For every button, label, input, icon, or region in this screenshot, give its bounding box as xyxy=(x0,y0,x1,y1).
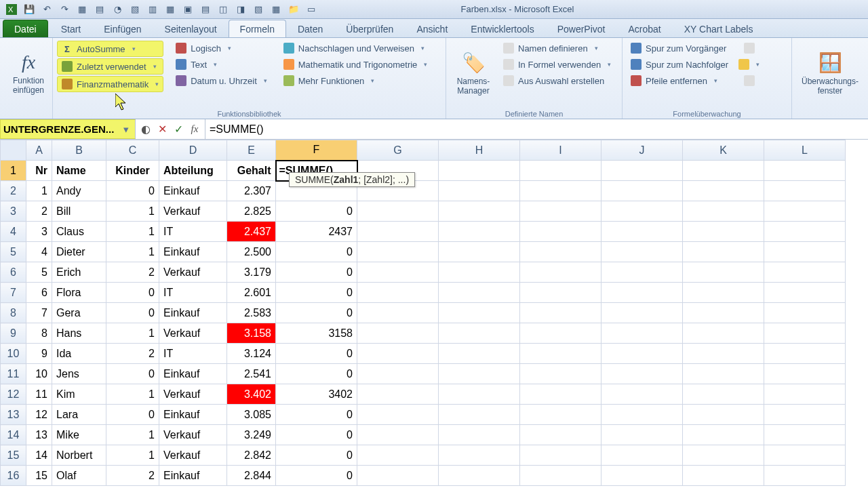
cell[interactable]: Verkauf xyxy=(159,445,227,466)
tab-xy-chart-labels[interactable]: XY Chart Labels xyxy=(673,20,765,37)
cell[interactable] xyxy=(764,344,846,364)
cell[interactable]: 4 xyxy=(26,242,52,262)
tab-entwicklertools[interactable]: Entwicklertools xyxy=(459,20,545,37)
cell[interactable] xyxy=(683,344,764,364)
tab-seitenlayout[interactable]: Seitenlayout xyxy=(153,20,229,37)
accept-formula-button[interactable]: ✓ xyxy=(171,122,186,137)
cell[interactable] xyxy=(520,161,601,181)
define-name-button[interactable]: Namen definieren xyxy=(499,41,615,56)
cell[interactable]: Einkauf xyxy=(159,181,227,201)
cell[interactable]: 1 xyxy=(106,323,159,344)
cell[interactable] xyxy=(357,445,439,466)
cell[interactable]: Verkauf xyxy=(159,201,227,222)
cell[interactable]: 2 xyxy=(106,344,159,364)
cell[interactable]: 7 xyxy=(26,303,52,323)
cell[interactable]: 0 xyxy=(106,181,159,201)
cell[interactable] xyxy=(520,303,601,323)
cell[interactable] xyxy=(520,323,601,344)
cell[interactable]: Erich xyxy=(52,262,106,283)
qat-btn[interactable]: ▦ xyxy=(269,2,283,17)
col-header[interactable]: F xyxy=(276,140,357,161)
cell[interactable]: Andy xyxy=(52,181,106,201)
cell[interactable] xyxy=(683,364,764,384)
cell[interactable] xyxy=(764,445,846,466)
tab-file[interactable]: Datei xyxy=(3,20,48,37)
cell[interactable]: 3.179 xyxy=(227,262,276,283)
cell[interactable]: Einkauf xyxy=(159,405,227,425)
save-icon[interactable]: 💾 xyxy=(22,2,37,17)
cell[interactable]: 0 xyxy=(276,262,357,283)
cell[interactable]: Einkauf xyxy=(159,466,227,486)
cell[interactable]: 3 xyxy=(26,222,52,242)
cell[interactable] xyxy=(439,445,520,466)
date-time-button[interactable]: Datum u. Uhrzeit xyxy=(172,73,271,88)
cell[interactable]: Einkauf xyxy=(159,364,227,384)
qat-btn[interactable]: ▦ xyxy=(163,2,178,17)
more-functions-button[interactable]: Mehr Funktionen xyxy=(279,73,432,88)
cell[interactable]: Jens xyxy=(52,364,106,384)
cell[interactable] xyxy=(357,425,439,445)
use-in-formula-button[interactable]: In Formel verwenden xyxy=(499,57,615,72)
qat-btn[interactable]: ▥ xyxy=(145,2,160,17)
cell[interactable]: 0 xyxy=(276,405,357,425)
cell[interactable] xyxy=(357,466,439,486)
cell[interactable]: Gera xyxy=(52,303,106,323)
col-header[interactable]: G xyxy=(357,140,439,161)
col-header[interactable]: E xyxy=(227,140,276,161)
qat-btn[interactable]: ▣ xyxy=(180,2,195,17)
cell[interactable] xyxy=(439,384,520,405)
cell[interactable]: 0 xyxy=(106,405,159,425)
cell[interactable] xyxy=(683,201,764,222)
cell[interactable] xyxy=(520,405,601,425)
cell[interactable] xyxy=(764,405,846,425)
tab-formeln[interactable]: Formeln xyxy=(229,20,286,37)
cell[interactable] xyxy=(520,181,601,201)
cell[interactable] xyxy=(601,181,683,201)
cell[interactable]: 11 xyxy=(26,384,52,405)
cell[interactable] xyxy=(764,466,846,486)
cell[interactable] xyxy=(357,201,439,222)
cell[interactable]: 2.500 xyxy=(227,242,276,262)
row-header[interactable]: 1 xyxy=(1,161,26,181)
cell[interactable] xyxy=(601,201,683,222)
tab-einfuegen[interactable]: Einfügen xyxy=(92,20,153,37)
cell[interactable] xyxy=(683,283,764,303)
cell[interactable] xyxy=(764,181,846,201)
cell[interactable]: 0 xyxy=(276,466,357,486)
cell[interactable]: 3.158 xyxy=(227,323,276,344)
cell[interactable]: 5 xyxy=(26,262,52,283)
cell[interactable]: Verkauf xyxy=(159,262,227,283)
cell[interactable] xyxy=(357,344,439,364)
show-formulas-button[interactable] xyxy=(742,41,757,56)
cell[interactable] xyxy=(683,181,764,201)
name-manager-button[interactable]: 🏷️ Namens-Manager xyxy=(450,41,496,106)
logical-button[interactable]: Logisch xyxy=(172,41,271,56)
cell[interactable]: Hans xyxy=(52,323,106,344)
qat-btn[interactable]: ◨ xyxy=(233,2,248,17)
cell[interactable] xyxy=(764,262,846,283)
qat-btn[interactable]: ▦ xyxy=(75,2,90,17)
cell[interactable] xyxy=(601,466,683,486)
cell[interactable]: Olaf xyxy=(52,466,106,486)
cell[interactable]: 1 xyxy=(106,425,159,445)
cell[interactable] xyxy=(764,201,846,222)
cell[interactable]: Bill xyxy=(52,201,106,222)
col-header[interactable]: A xyxy=(26,140,52,161)
cell[interactable]: Flora xyxy=(52,283,106,303)
cell[interactable] xyxy=(520,445,601,466)
cell[interactable] xyxy=(357,222,439,242)
cell[interactable]: 10 xyxy=(26,364,52,384)
cell[interactable]: Claus xyxy=(52,222,106,242)
cell[interactable]: 1 xyxy=(106,222,159,242)
cell[interactable] xyxy=(357,262,439,283)
cell[interactable] xyxy=(357,405,439,425)
cell[interactable]: 8 xyxy=(26,323,52,344)
cell[interactable] xyxy=(764,303,846,323)
row-header[interactable]: 2 xyxy=(1,181,26,201)
col-header[interactable]: D xyxy=(159,140,227,161)
tab-ansicht[interactable]: Ansicht xyxy=(405,20,459,37)
cell[interactable]: 2.825 xyxy=(227,201,276,222)
cell[interactable] xyxy=(683,425,764,445)
cell[interactable] xyxy=(439,323,520,344)
range-dropdown-icon[interactable]: ◐ xyxy=(138,122,153,137)
